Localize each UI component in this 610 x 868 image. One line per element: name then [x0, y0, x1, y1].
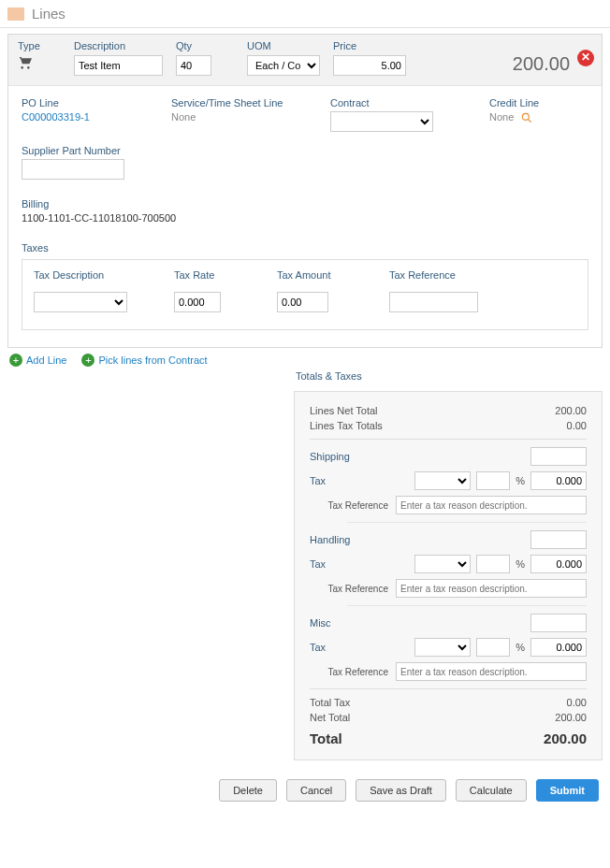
add-line-button[interactable]: + Add Line	[9, 354, 66, 367]
button-bar: Delete Cancel Save as Draft Calculate Su…	[0, 770, 610, 817]
tax-description-label: Tax Description	[34, 269, 137, 281]
handling-label: Handling	[310, 534, 525, 545]
lines-tax-totals-value: 0.00	[567, 420, 587, 431]
totals-panel: Lines Net Total 200.00 Lines Tax Totals …	[294, 391, 603, 760]
tax-reference-label: Tax Reference	[389, 269, 483, 281]
handling-tax-ref-input[interactable]	[396, 579, 587, 598]
description-input[interactable]	[74, 55, 163, 76]
percent-label: %	[516, 475, 525, 486]
handling-tax-ref-label: Tax Reference	[310, 584, 388, 594]
tax-rate-label: Tax Rate	[174, 269, 240, 281]
svg-line-1	[529, 120, 531, 123]
po-line-label: PO Line	[22, 97, 143, 108]
line-actions: + Add Line + Pick lines from Contract	[9, 354, 601, 367]
qty-input[interactable]	[176, 55, 211, 76]
total-tax-label: Total Tax	[310, 697, 350, 708]
lines-net-total-value: 200.00	[555, 405, 587, 416]
handling-tax-label: Tax	[310, 558, 409, 570]
contract-select[interactable]	[330, 111, 433, 132]
shipping-input[interactable]	[530, 447, 587, 466]
contract-label: Contract	[330, 97, 461, 108]
lines-tax-totals-label: Lines Tax Totals	[310, 420, 383, 431]
tax-amount-input[interactable]	[277, 292, 328, 312]
shipping-tax-select[interactable]	[414, 471, 471, 490]
tax-description-select[interactable]	[34, 292, 127, 312]
taxes-label: Taxes	[22, 242, 588, 253]
calculate-button[interactable]: Calculate	[456, 779, 527, 802]
line-panel: Type Description Qty UOM Each / Count Pr…	[7, 34, 603, 348]
close-icon[interactable]: ✕	[577, 50, 594, 66]
misc-input[interactable]	[530, 614, 587, 632]
handling-tax-pct-input[interactable]	[476, 555, 510, 573]
uom-select[interactable]: Each / Count	[247, 55, 320, 76]
misc-tax-ref-label: Tax Reference	[310, 667, 388, 677]
billing-label: Billing	[22, 198, 588, 210]
qty-label: Qty	[176, 40, 211, 51]
pick-lines-label: Pick lines from Contract	[98, 354, 207, 366]
shipping-tax-ref-label: Tax Reference	[310, 500, 388, 511]
misc-tax-value-input[interactable]	[530, 638, 587, 657]
add-line-label: Add Line	[26, 354, 66, 366]
shipping-label: Shipping	[310, 451, 525, 462]
tax-amount-label: Tax Amount	[277, 269, 352, 281]
description-label: Description	[74, 40, 163, 51]
billing-value: 1100-1101-CC-11018100-700500	[22, 212, 588, 224]
line-header: Type Description Qty UOM Each / Count Pr…	[8, 35, 602, 86]
section-header: Lines	[0, 0, 610, 28]
cart-icon	[18, 55, 33, 70]
lines-net-total-label: Lines Net Total	[310, 405, 378, 416]
service-line-value: None	[171, 111, 302, 123]
supplier-part-input[interactable]	[22, 159, 124, 180]
misc-label: Misc	[310, 617, 525, 629]
total-tax-value: 0.00	[567, 697, 587, 708]
handling-tax-select[interactable]	[414, 555, 471, 573]
taxes-box: Tax Description Tax Rate Tax Amount Tax …	[22, 259, 588, 330]
po-line-link[interactable]: C000003319-1	[22, 111, 143, 123]
net-total-label: Net Total	[310, 712, 350, 723]
percent-label: %	[516, 558, 525, 570]
cancel-button[interactable]: Cancel	[286, 779, 346, 802]
credit-line-value: None	[489, 111, 514, 123]
uom-label: UOM	[247, 40, 320, 51]
pick-lines-button[interactable]: + Pick lines from Contract	[81, 354, 207, 367]
shipping-tax-pct-input[interactable]	[476, 471, 510, 490]
shipping-tax-label: Tax	[310, 475, 409, 486]
misc-tax-select[interactable]	[414, 638, 471, 657]
delete-button[interactable]: Delete	[219, 779, 277, 802]
credit-line-label: Credit Line	[489, 97, 539, 108]
tax-rate-input[interactable]	[174, 292, 221, 312]
submit-button[interactable]: Submit	[536, 779, 599, 802]
price-label: Price	[333, 40, 406, 51]
line-total: 200.00	[513, 53, 570, 75]
section-color-box	[7, 7, 24, 21]
plus-icon: +	[81, 354, 94, 367]
service-line-label: Service/Time Sheet Line	[171, 97, 302, 108]
total-value: 200.00	[544, 731, 587, 746]
plus-icon: +	[9, 354, 22, 367]
percent-label: %	[516, 642, 525, 653]
supplier-part-label: Supplier Part Number	[22, 145, 588, 156]
totals-title: Totals & Taxes	[294, 370, 603, 385]
misc-tax-pct-input[interactable]	[476, 638, 510, 657]
search-icon[interactable]	[520, 111, 533, 124]
save-draft-button[interactable]: Save as Draft	[356, 779, 446, 802]
misc-tax-label: Tax	[310, 642, 409, 653]
shipping-tax-ref-input[interactable]	[396, 496, 587, 514]
section-title: Lines	[32, 6, 65, 22]
net-total-value: 200.00	[555, 712, 587, 723]
price-input[interactable]	[333, 55, 406, 76]
misc-tax-ref-input[interactable]	[396, 662, 587, 681]
handling-tax-value-input[interactable]	[530, 555, 587, 573]
total-label: Total	[310, 731, 342, 746]
shipping-tax-value-input[interactable]	[530, 471, 587, 490]
svg-point-0	[523, 113, 530, 120]
tax-reference-input[interactable]	[389, 292, 478, 312]
handling-input[interactable]	[530, 530, 587, 549]
type-label: Type	[18, 40, 61, 51]
